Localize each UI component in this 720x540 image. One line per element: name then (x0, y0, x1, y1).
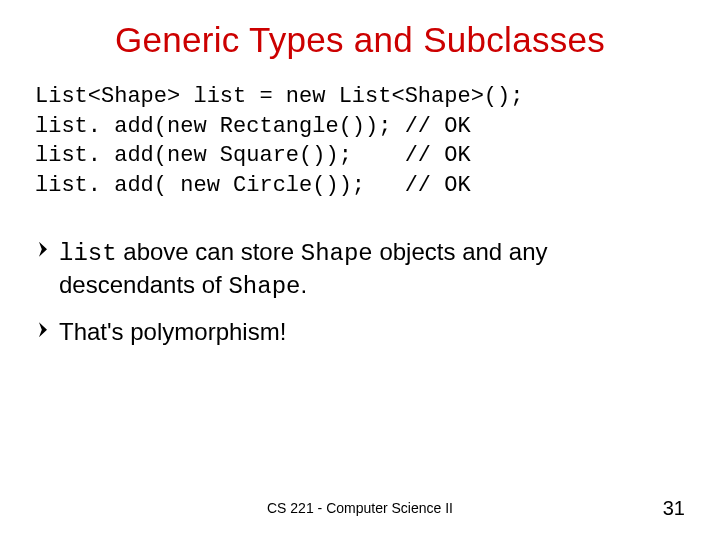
slide: Generic Types and Subclasses List<Shape>… (0, 0, 720, 540)
bullet-1-text-3: . (300, 271, 307, 298)
bullet-item-2: That's polymorphism! (39, 316, 685, 347)
footer-course: CS 221 - Computer Science II (0, 500, 720, 516)
page-title: Generic Types and Subclasses (35, 20, 685, 60)
bullet-1-mono-1: list (59, 240, 117, 267)
footer-page-number: 31 (663, 497, 685, 520)
bullet-1-mono-3: Shape (228, 273, 300, 300)
code-line-2: list. add(new Rectangle()); // OK (35, 114, 471, 139)
code-line-1: List<Shape> list = new List<Shape>(); (35, 84, 523, 109)
code-line-4: list. add( new Circle()); // OK (35, 173, 471, 198)
bullet-1-mono-2: Shape (301, 240, 373, 267)
code-line-3: list. add(new Square()); // OK (35, 143, 471, 168)
bullet-list: list above can store Shape objects and a… (35, 236, 685, 348)
bullet-1-text-1: above can store (117, 238, 301, 265)
code-block: List<Shape> list = new List<Shape>(); li… (35, 82, 685, 201)
bullet-item-1: list above can store Shape objects and a… (39, 236, 685, 302)
